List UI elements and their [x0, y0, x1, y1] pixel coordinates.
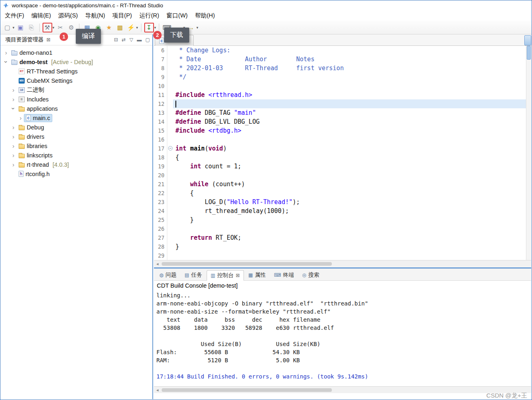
- code-line-19[interactable]: 19 int count = 1;: [154, 162, 531, 171]
- menu-item-3[interactable]: 导航(N): [81, 11, 109, 21]
- code-line-21[interactable]: 21 while (count++): [154, 180, 531, 189]
- code-line-6[interactable]: 6 * Change Logs:: [154, 46, 531, 55]
- view-restore-button[interactable]: [524, 35, 531, 45]
- expand-arrow-icon[interactable]: ›: [10, 133, 17, 140]
- save-button[interactable]: ▣: [16, 23, 26, 32]
- download-dropdown-icon[interactable]: ▾: [154, 26, 156, 30]
- menu-item-4[interactable]: 项目(P): [109, 11, 135, 21]
- expand-arrow-icon[interactable]: ›: [10, 152, 17, 159]
- code-line-13[interactable]: 13#define DBG_TAG "main": [154, 108, 531, 117]
- code-line-16[interactable]: 16: [154, 135, 531, 144]
- tab-properties[interactable]: ▦属性: [245, 270, 269, 280]
- build-button[interactable]: ⚒: [43, 23, 52, 32]
- expand-arrow-icon[interactable]: ›: [17, 114, 24, 121]
- tree-item-CubeMX Settings[interactable]: MXCubeMX Settings: [0, 76, 152, 85]
- packages-button[interactable]: ▩: [115, 23, 125, 32]
- tree-item-main.c[interactable]: ›cmain.c: [0, 113, 152, 123]
- minimize-icon[interactable]: ▬: [137, 37, 142, 43]
- expand-arrow-icon[interactable]: ›: [10, 86, 17, 93]
- tree-item-rtconfig.h[interactable]: hrtconfig.h: [0, 169, 152, 178]
- menu-item-6[interactable]: 窗口(W): [163, 11, 191, 21]
- scrollbar-thumb[interactable]: [162, 388, 332, 392]
- save-all-button[interactable]: ⎘: [27, 23, 36, 32]
- sdk-manager-button[interactable]: ⚡: [126, 23, 136, 32]
- tree-item-Includes[interactable]: ›≡Includes: [0, 95, 152, 104]
- code-line-25[interactable]: 25 }: [154, 215, 531, 224]
- tree-item-demo-test[interactable]: ›demo-test[Active - Debug]: [0, 57, 152, 67]
- tab-console[interactable]: ▥控制台⊠: [207, 270, 244, 281]
- menu-item-2[interactable]: 源码(S): [55, 11, 81, 21]
- tree-item-Debug[interactable]: ›Debug: [0, 123, 152, 132]
- code-line-14[interactable]: 14#define DBG_LVL DBG_LOG: [154, 117, 531, 126]
- console-horizontal-scrollbar[interactable]: ◂: [154, 386, 531, 393]
- menu-item-5[interactable]: 运行(R): [136, 11, 163, 21]
- code-line-28[interactable]: 28}: [154, 242, 531, 251]
- code-line-17[interactable]: 17−int main(void): [154, 144, 531, 153]
- expand-arrow-icon[interactable]: ›: [10, 96, 17, 103]
- scroll-left-arrow-icon[interactable]: ◂: [154, 261, 161, 267]
- code-editor[interactable]: 6 * Change Logs:7 * Date Author Notes8 *…: [154, 46, 531, 260]
- menu-item-0[interactable]: 文件(F): [1, 11, 28, 21]
- expand-arrow-icon[interactable]: ›: [3, 49, 9, 56]
- code-line-24[interactable]: 24 rt_thread_mdelay(1000);: [154, 206, 531, 215]
- close-icon[interactable]: ⊠: [47, 37, 51, 43]
- fold-collapse-icon[interactable]: −: [168, 146, 173, 151]
- sdk-manager-dropdown-icon[interactable]: ▾: [136, 26, 138, 30]
- tree-item-二进制[interactable]: ›10二进制: [0, 85, 152, 95]
- view-menu-icon[interactable]: ▽: [129, 37, 133, 43]
- new-wizard-button[interactable]: ▢: [2, 23, 12, 32]
- console-line-9: [156, 364, 531, 372]
- code-line-26[interactable]: 26: [154, 224, 531, 233]
- expand-arrow-icon[interactable]: ›: [10, 105, 17, 112]
- tab-search[interactable]: ◎搜索: [298, 270, 323, 280]
- build-dropdown-icon[interactable]: ▾: [53, 26, 55, 30]
- code-line-10[interactable]: 10: [154, 82, 531, 90]
- collapse-all-icon[interactable]: ⊟: [114, 37, 118, 43]
- settings-button[interactable]: ⚙: [66, 23, 76, 32]
- code-line-7[interactable]: 7 * Date Author Notes: [154, 55, 531, 64]
- scrollbar-thumb[interactable]: [162, 262, 332, 266]
- editor-horizontal-scrollbar[interactable]: ◂: [154, 260, 531, 267]
- explorer-view-tab[interactable]: 项目资源管理器 ⊠: [3, 35, 53, 44]
- expand-arrow-icon[interactable]: ›: [10, 161, 17, 168]
- tab-tasks[interactable]: ▤任务: [181, 270, 205, 280]
- code-line-9[interactable]: 9 */: [154, 73, 531, 82]
- code-line-20[interactable]: 20: [154, 171, 531, 180]
- tree-item-linkscripts[interactable]: ›linkscripts: [0, 151, 152, 160]
- scroll-left-arrow-icon[interactable]: ◂: [154, 387, 161, 393]
- expand-arrow-icon[interactable]: ›: [10, 124, 17, 131]
- tab-problems[interactable]: ◍问题: [156, 270, 180, 280]
- code-line-15[interactable]: 15#include <rtdbg.h>: [154, 126, 531, 135]
- code-line-23[interactable]: 23 LOG_D("Hello RT-Thread!");: [154, 198, 531, 206]
- tree-item-drivers[interactable]: ›drivers: [0, 132, 152, 141]
- code-line-27[interactable]: 27 return RT_EOK;: [154, 233, 531, 242]
- link-editor-icon[interactable]: ⇄: [122, 37, 126, 43]
- console-output[interactable]: linking...arm-none-eabi-objcopy -O binar…: [154, 290, 531, 381]
- favorites-button[interactable]: ★: [104, 23, 114, 32]
- expand-arrow-icon[interactable]: ›: [10, 142, 17, 149]
- close-icon[interactable]: ⊠: [236, 273, 240, 278]
- editor-vertical-scrollbar[interactable]: [526, 46, 531, 260]
- tab-terminal[interactable]: ⌨终端: [270, 270, 297, 280]
- download-button[interactable]: ↧: [144, 23, 154, 32]
- code-line-22[interactable]: 22 {: [154, 189, 531, 198]
- code-line-29[interactable]: 29: [154, 251, 531, 260]
- line-number: 16: [154, 135, 167, 144]
- menu-item-7[interactable]: 帮助(H): [191, 11, 218, 21]
- maximize-icon[interactable]: ▢: [145, 37, 150, 43]
- forward-dropdown-icon[interactable]: ▾: [197, 26, 199, 30]
- new-wizard-dropdown-icon[interactable]: ▾: [13, 26, 15, 30]
- expand-arrow-icon[interactable]: ›: [3, 59, 10, 65]
- clean-button[interactable]: ✂: [56, 23, 65, 32]
- scrollbar-thumb[interactable]: [527, 46, 531, 60]
- tree-item-applications[interactable]: ›applications: [0, 104, 152, 113]
- code-line-12[interactable]: 12: [154, 99, 531, 108]
- tree-item-libraries[interactable]: ›libraries: [0, 141, 152, 151]
- tree-item-demo-nano1[interactable]: ›demo-nano1: [0, 48, 152, 57]
- code-line-11[interactable]: 11#include <rtthread.h>: [154, 90, 531, 99]
- tree-item-RT-Thread Settings[interactable]: RTRT-Thread Settings: [0, 67, 152, 76]
- menu-item-1[interactable]: 编辑(E): [28, 11, 55, 21]
- code-line-18[interactable]: 18{: [154, 153, 531, 162]
- code-line-8[interactable]: 8 * 2022-01-03 RT-Thread first version: [154, 64, 531, 73]
- tree-item-rt-thread[interactable]: ›rt-thread[4.0.3]: [0, 160, 152, 169]
